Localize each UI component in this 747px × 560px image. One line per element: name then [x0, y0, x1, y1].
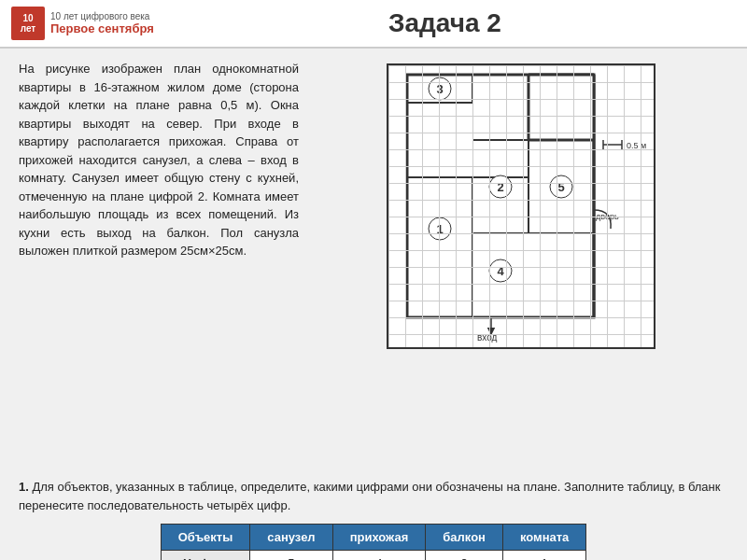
- svg-text:вход: вход: [477, 332, 498, 343]
- bottom-section: 1. Для объектов, указанных в таблице, оп…: [0, 478, 747, 560]
- task-number: 1.: [19, 480, 29, 494]
- value-komnata: 1: [502, 551, 585, 561]
- svg-text:5: 5: [557, 180, 564, 194]
- svg-text:1: 1: [436, 222, 443, 236]
- main-content: На рисунке изображен план однокомнатной …: [0, 49, 747, 478]
- col-header-objects: Объекты: [161, 525, 250, 551]
- svg-text:4: 4: [497, 264, 504, 278]
- logo: 10 лет 10 лет цифрового века Первое сент…: [11, 7, 154, 40]
- value-sanuzal: 5: [250, 551, 332, 561]
- floor-plan: 1 2 3 4 5 0.5 м: [314, 60, 728, 467]
- row-label-tsifry: Цифры: [161, 551, 250, 561]
- svg-text:дверь: дверь: [596, 212, 619, 221]
- logo-icon-line1: 10: [22, 13, 33, 23]
- table-header-row: Объекты санузел прихожая балкон комната: [161, 525, 586, 551]
- plan-svg: 1 2 3 4 5 0.5 м: [388, 65, 657, 351]
- svg-rect-1: [529, 75, 594, 140]
- value-balkon: 3: [426, 551, 503, 561]
- page-title: Задача 2: [154, 8, 736, 38]
- col-header-balkon: балкон: [426, 525, 503, 551]
- value-prikhozaya: 4: [332, 551, 426, 561]
- col-header-sanuzal: санузел: [250, 525, 332, 551]
- logo-top: 10 лет цифрового века: [50, 11, 154, 21]
- logo-icon-line2: лет: [21, 23, 36, 34]
- problem-text: На рисунке изображен план однокомнатной …: [19, 60, 299, 467]
- task-description: 1. Для объектов, указанных в таблице, оп…: [19, 478, 728, 514]
- logo-bottom: Первое сентября: [50, 21, 154, 35]
- col-header-prikhozaya: прихожая: [332, 525, 426, 551]
- table-data-row: Цифры 5 4 3 1: [161, 551, 586, 561]
- plan-container: 1 2 3 4 5 0.5 м: [387, 63, 655, 349]
- logo-text: 10 лет цифрового века Первое сентября: [50, 11, 154, 35]
- answer-table: Объекты санузел прихожая балкон комната …: [161, 524, 587, 560]
- task-text-content: Для объектов, указанных в таблице, опред…: [19, 480, 720, 512]
- header: 10 лет 10 лет цифрового века Первое сент…: [0, 0, 747, 49]
- svg-text:0.5 м: 0.5 м: [627, 141, 646, 150]
- logo-icon: 10 лет: [11, 7, 45, 40]
- col-header-komnata: комната: [502, 525, 585, 551]
- svg-text:2: 2: [497, 180, 503, 194]
- svg-text:3: 3: [436, 82, 443, 96]
